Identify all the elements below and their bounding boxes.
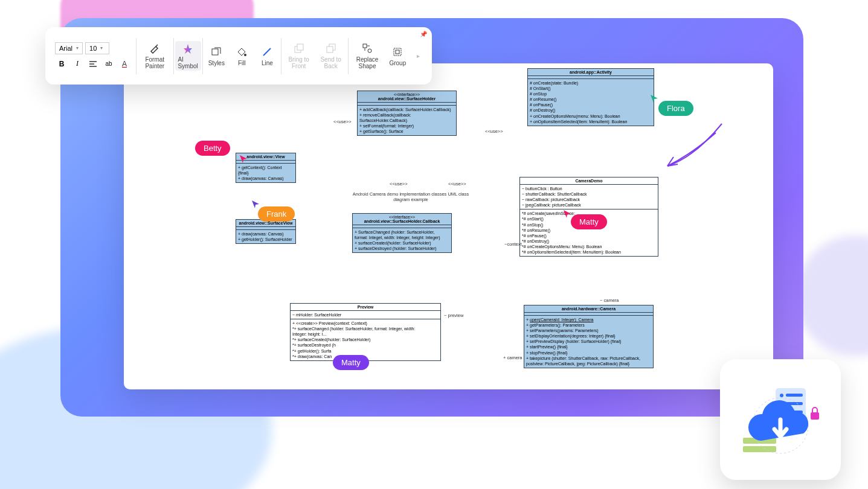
cursor-icon xyxy=(562,209,572,219)
uml-section: + <<create>> Preview(context: Context) *… xyxy=(291,319,440,360)
cursor-label-betty: Betty xyxy=(195,141,230,156)
uml-section: + getContext(): Context {final} + draw(c… xyxy=(236,164,295,182)
styles-icon xyxy=(210,46,222,58)
diagram-caption: Android Camera demo implementation class… xyxy=(350,191,471,202)
diagram-canvas[interactable]: <<interface>> android.view::SurfaceHolde… xyxy=(124,63,773,389)
chevron-icon: ▸ xyxy=(412,50,424,62)
svg-rect-21 xyxy=(786,394,803,397)
svg-rect-18 xyxy=(396,50,399,54)
formatting-toolbar: Arial▾ 10▾ B I ab A Format Painter AI Sy… xyxy=(45,27,432,85)
bring-to-front-button[interactable]: Bring to Front xyxy=(283,41,315,71)
fill-icon xyxy=(236,46,248,58)
send-to-back-button[interactable]: Send to Back xyxy=(315,41,347,71)
uml-header: android.hardware::Camera xyxy=(524,305,653,313)
format-painter-button[interactable]: Format Painter xyxy=(138,41,172,71)
italic-button[interactable]: I xyxy=(71,58,84,70)
uml-surfaceholder[interactable]: <<interface>> android.view::SurfaceHolde… xyxy=(357,91,457,136)
label-use: <<use>> xyxy=(448,181,466,187)
brush-icon xyxy=(149,42,161,54)
pin-icon[interactable]: 📌 xyxy=(420,31,427,37)
uml-header: <<interface>> android.view::SurfaceHolde… xyxy=(358,91,456,103)
uml-header: Preview xyxy=(291,304,440,311)
group-icon xyxy=(391,46,403,58)
uml-header: CameraDemo xyxy=(520,177,658,185)
label-preview: ~ preview xyxy=(444,313,463,318)
more-button[interactable]: ▸ xyxy=(410,49,426,63)
label-context: ~context xyxy=(504,241,522,247)
svg-rect-17 xyxy=(394,48,401,56)
label-camera: + camera xyxy=(503,355,522,360)
cursor-label-frank: Frank xyxy=(258,206,295,222)
uml-section: + addCallback(callback: SurfaceHolder.Ca… xyxy=(358,106,456,135)
ai-icon xyxy=(182,42,194,54)
download-badge[interactable] xyxy=(720,359,841,480)
cursor-icon xyxy=(649,94,659,103)
label-camera: ~ camera xyxy=(600,298,619,303)
font-size-select[interactable]: 10▾ xyxy=(85,42,109,54)
svg-rect-15 xyxy=(363,44,367,48)
uml-surfaceview[interactable]: android.view::SurfaceView + draw(canvas:… xyxy=(236,219,296,244)
uml-section: ~ buttonClick : Button ~ shutterCallback… xyxy=(520,185,658,209)
uml-section: # onCreate(state: Bundle) # OnStart() # … xyxy=(528,79,654,126)
decorative-blob-right xyxy=(796,235,868,356)
uml-callback[interactable]: <<interface>> android.view::SurfaceHolde… xyxy=(352,213,452,253)
line-button[interactable]: Line xyxy=(254,45,280,68)
cursor-icon xyxy=(239,154,248,164)
ai-symbol-button[interactable]: AI Symbol xyxy=(175,41,201,71)
replace-icon xyxy=(361,42,373,54)
cursor-icon xyxy=(251,199,260,209)
bring-front-icon xyxy=(293,42,305,54)
svg-rect-29 xyxy=(811,412,819,420)
cursor-label-flora: Flora xyxy=(658,101,693,116)
uml-header: android.app::Activity xyxy=(528,69,654,76)
uml-section: + SurfaceChanged (holder: SurfaceHolder,… xyxy=(353,228,451,252)
send-back-icon xyxy=(325,42,337,54)
uml-activity[interactable]: android.app::Activity # onCreate(state: … xyxy=(527,68,654,126)
uml-section: + draw(canvas: Canvas) + getHolder(): Su… xyxy=(236,230,295,243)
fill-button[interactable]: Fill xyxy=(229,45,254,68)
svg-rect-14 xyxy=(327,46,333,53)
svg-point-20 xyxy=(780,394,783,397)
font-color-button[interactable]: A xyxy=(118,58,131,70)
uml-preview[interactable]: Preview ~ mHolder: SurfaceHolder + <<cre… xyxy=(290,303,441,361)
uml-section: ~ mHolder: SurfaceHolder xyxy=(291,311,440,319)
align-button[interactable] xyxy=(86,58,100,70)
uml-camera[interactable]: android.hardware::Camera + open(CameraId… xyxy=(524,305,654,368)
cloud-download-icon xyxy=(738,377,823,462)
strikethrough-button[interactable]: ab xyxy=(102,58,115,70)
uml-header: <<interface>> android.view::SurfaceHolde… xyxy=(353,214,451,225)
decorative-arrow-icon xyxy=(664,121,725,169)
label-use: <<use>> xyxy=(390,181,408,187)
styles-button[interactable]: Styles xyxy=(204,45,229,68)
cursor-label-matty2: Matty xyxy=(333,355,369,370)
svg-rect-9 xyxy=(212,49,218,55)
svg-point-10 xyxy=(244,54,246,56)
line-icon xyxy=(261,46,273,58)
replace-shape-button[interactable]: Replace Shape xyxy=(350,41,385,71)
svg-rect-12 xyxy=(297,44,303,50)
cursor-label-matty: Matty xyxy=(571,214,607,229)
label-use: <<use>> xyxy=(485,129,503,134)
group-button[interactable]: Group xyxy=(385,45,410,68)
bold-button[interactable]: B xyxy=(55,58,68,70)
svg-rect-27 xyxy=(743,446,776,452)
svg-point-16 xyxy=(368,49,371,53)
font-family-select[interactable]: Arial▾ xyxy=(55,42,83,54)
uml-section: + open(CameraId: Integer): Camera+ getPa… xyxy=(524,316,653,368)
label-use: <<use>> xyxy=(333,119,352,124)
